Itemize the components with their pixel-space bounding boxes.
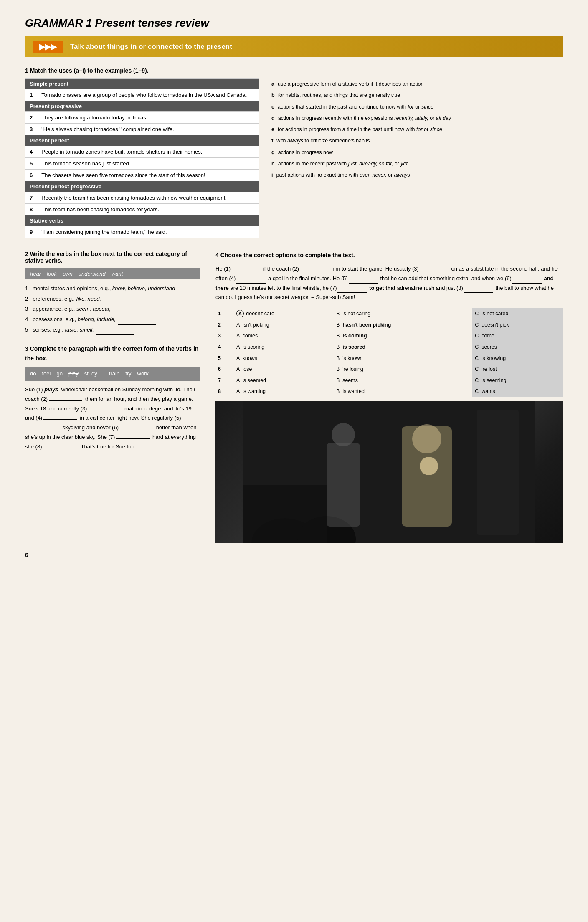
- grammar-table-wrapper: Simple present 1 Tornado chasers are a g…: [25, 78, 259, 238]
- section1-heading: 1 Match the uses (a–i) to the examples (…: [25, 67, 563, 74]
- svg-point-9: [420, 457, 438, 475]
- paragraph-3: Sue (1) plays wheelchair basketball on S…: [25, 385, 200, 451]
- list-item: 4 possessions, e.g., belong, include,: [25, 314, 200, 325]
- photo-svg: [215, 401, 563, 543]
- list-item: 2 preferences, e.g., like, need,: [25, 294, 200, 304]
- use-item: d actions in progress recently with time…: [271, 114, 451, 123]
- category-simple-present: Simple present: [25, 79, 259, 89]
- use-item: g actions in progress now: [271, 148, 451, 157]
- right-bottom: 4 Choose the correct options to complete…: [215, 251, 563, 543]
- table-row: 6 The chasers have seen five tornadoes s…: [25, 170, 259, 181]
- use-item: f with always to criticize someone's hab…: [271, 137, 451, 145]
- stative-list: 1 mental states and opinions, e.g., know…: [25, 284, 200, 335]
- table-row: 8 This team has been chasing tornadoes f…: [25, 204, 259, 215]
- table-row: 3 A comes B is coming C come: [215, 330, 563, 342]
- grammar-table: Simple present 1 Tornado chasers are a g…: [25, 78, 259, 238]
- table-row: 2 A isn't picking B hasn't been picking …: [215, 319, 563, 331]
- table-row: 9 "I am considering joining the tornado …: [25, 226, 259, 238]
- table-row: 4 People in tornado zones have built tor…: [25, 146, 259, 158]
- section4-heading: 4 Choose the correct options to complete…: [215, 251, 563, 260]
- use-item: b for habits, routines, and things that …: [271, 91, 451, 100]
- use-item: a use a progressive form of a stative ve…: [271, 80, 451, 89]
- table-row: 7 Recently the team has been chasing tor…: [25, 192, 259, 204]
- table-row: 7 A 's seemed B seems C 's seeming: [215, 375, 563, 386]
- use-item: i past actions with no exact time with e…: [271, 171, 451, 180]
- table-row: 5 A knows B 's known C 's knowing: [215, 353, 563, 364]
- svg-rect-8: [243, 485, 327, 543]
- list-item: 3 appearance, e.g., seem, appear,: [25, 304, 200, 314]
- table-row: 4 A is scoring B is scored C scores: [215, 342, 563, 353]
- table-row: 1 A doesn't care B 's not caring C 's no…: [215, 308, 563, 319]
- left-bottom: 2 Write the verbs in the box next to the…: [25, 251, 200, 543]
- uses-list-wrapper: a use a progressive form of a stative ve…: [271, 80, 451, 238]
- svg-rect-7: [477, 410, 519, 535]
- category-stative-verbs: Stative verbs: [25, 215, 259, 226]
- table-row: 6 A lose B 're losing C 're lost: [215, 364, 563, 375]
- page-number: 6: [25, 552, 563, 558]
- match-section: Simple present 1 Tornado chasers are a g…: [25, 78, 563, 238]
- svg-rect-5: [327, 443, 360, 527]
- table-row: 1 Tornado chasers are a group of people …: [25, 89, 259, 101]
- section-banner: ▶▶▶ Talk about things in or connected to…: [25, 36, 563, 57]
- bottom-section: 2 Write the verbs in the box next to the…: [25, 251, 563, 543]
- photo-area: [215, 401, 563, 543]
- section4-text: He (1) if the coach (2) him to start the…: [215, 264, 563, 302]
- svg-point-6: [332, 423, 355, 446]
- table-row: 3 "He's always chasing tornadoes," compl…: [25, 124, 259, 135]
- section2-heading: 2 Write the verbs in the box next to the…: [25, 251, 200, 264]
- banner-arrows: ▶▶▶: [33, 41, 63, 53]
- list-item: 5 senses, e.g., taste, smell,: [25, 325, 200, 335]
- use-item: e for actions in progress from a time in…: [271, 125, 451, 134]
- photo-placeholder: [215, 401, 563, 543]
- use-item: h actions in the recent past with just, …: [271, 160, 451, 168]
- page-title: GRAMMAR 1 Present tenses review: [25, 17, 563, 30]
- table-row: 2 They are following a tornado today in …: [25, 112, 259, 124]
- table-row: 8 A is wanting B is wanted C wants: [215, 386, 563, 397]
- section3: 3 Complete the paragraph with the correc…: [25, 344, 200, 451]
- options-table: 1 A doesn't care B 's not caring C 's no…: [215, 308, 563, 397]
- table-row: 5 This tornado season has just started.: [25, 158, 259, 170]
- category-present-perfect: Present perfect: [25, 135, 259, 146]
- svg-point-4: [412, 424, 441, 453]
- section3-heading: 3 Complete the paragraph with the correc…: [25, 344, 200, 363]
- verb-box-3: do feel go play study train try work: [25, 367, 200, 381]
- section2: 2 Write the verbs in the box next to the…: [25, 251, 200, 335]
- list-item: 1 mental states and opinions, e.g., know…: [25, 284, 200, 294]
- word-box-2: hear look own understand want: [25, 268, 200, 279]
- use-item: c actions that started in the past and c…: [271, 103, 451, 111]
- category-present-perfect-progressive: Present perfect progressive: [25, 181, 259, 192]
- section4: 4 Choose the correct options to complete…: [215, 251, 563, 543]
- section1: 1 Match the uses (a–i) to the examples (…: [25, 67, 563, 238]
- category-present-progressive: Present progressive: [25, 101, 259, 112]
